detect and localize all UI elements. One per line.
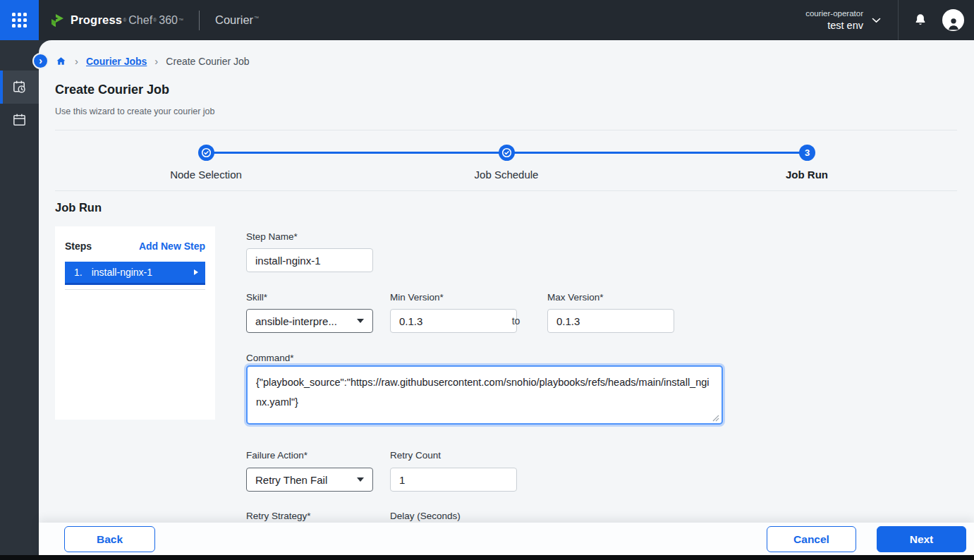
stepper-step-1-complete[interactable] (198, 145, 214, 161)
product-name: Courier™ (215, 13, 259, 27)
sidebar-expand-toggle[interactable]: › (32, 53, 49, 69)
failure-action-label: Failure Action* (246, 450, 308, 461)
user-role: courier-operator (805, 8, 863, 19)
version-range-join-text: to (501, 315, 531, 327)
step-list-item-selected[interactable]: 1. install-nginx-1 (65, 262, 205, 285)
wizard-footer: Back Cancel Next (39, 523, 974, 555)
min-version-input[interactable] (390, 309, 517, 333)
window-bottom-edge (0, 555, 974, 560)
progress-logo-icon (49, 12, 66, 29)
notifications-button[interactable] (899, 0, 942, 40)
stepper-step-3-active[interactable]: 3 (799, 145, 815, 161)
retry-count-label: Retry Count (390, 450, 441, 461)
breadcrumb-link-courier-jobs[interactable]: Courier Jobs (86, 56, 147, 67)
failure-action-select[interactable]: Retry Then Fail (246, 468, 373, 492)
job-board-clock-icon (11, 79, 28, 95)
steps-panel-title: Steps (65, 241, 92, 252)
stepper-label-job-schedule: Job Schedule (443, 169, 570, 181)
max-version-input[interactable] (547, 309, 674, 333)
caret-down-icon (357, 319, 364, 323)
add-new-step-button[interactable]: Add New Step (139, 241, 205, 252)
check-circle-icon (200, 147, 212, 159)
product-trademark: ™ (254, 16, 259, 20)
breadcrumb-separator: › (75, 55, 78, 67)
section-heading-job-run: Job Run (55, 201, 102, 214)
retry-count-input[interactable] (390, 468, 517, 492)
step-name-input[interactable] (246, 248, 373, 272)
progress-trademark: ® (123, 18, 126, 23)
calendar-icon (11, 112, 28, 128)
command-label: Command* (246, 353, 294, 363)
sidebar-item-courier-jobs[interactable] (0, 71, 39, 104)
stepper-step-2-complete[interactable] (499, 145, 515, 161)
breadcrumb-current: Create Courier Job (166, 56, 249, 67)
step-name-label: Step Name* (246, 231, 298, 242)
user-menu[interactable]: courier-operator test env (805, 0, 881, 40)
brand-logo: Progress® Chef® 360™ (49, 0, 183, 40)
waffle-icon (12, 13, 27, 28)
min-version-label: Min Version* (390, 292, 444, 303)
arrow-right-icon (194, 269, 198, 275)
delay-seconds-label: Delay (Seconds) (390, 511, 461, 521)
stepper-label-node-selection: Node Selection (142, 169, 269, 181)
brand-divider (199, 11, 200, 30)
divider (55, 190, 957, 191)
user-environment: test env (805, 19, 863, 32)
main-content: › Courier Jobs › Create Courier Job Crea… (39, 40, 974, 555)
next-button[interactable]: Next (877, 526, 966, 552)
suite-trademark: ™ (178, 18, 183, 23)
stepper-label-job-run: Job Run (743, 169, 870, 181)
divider (65, 289, 205, 290)
page-title: Create Courier Job (55, 83, 169, 97)
app-window: Progress® Chef® 360™ Courier™ courier-op… (0, 0, 974, 560)
person-icon (946, 16, 961, 31)
left-sidebar (0, 40, 39, 555)
steps-panel: Steps Add New Step 1. install-nginx-1 (55, 226, 215, 420)
breadcrumb: › Courier Jobs › Create Courier Job (55, 55, 250, 67)
check-circle-icon (501, 147, 513, 159)
max-version-label: Max Version* (547, 292, 604, 303)
step-item-index: 1. (74, 267, 83, 278)
profile-avatar-button[interactable] (942, 9, 964, 31)
app-launcher-button[interactable] (0, 0, 39, 40)
step-item-name: install-nginx-1 (92, 267, 152, 278)
command-textarea[interactable]: {"playbook_source":"https://raw.githubus… (246, 365, 723, 425)
failure-action-select-value: Retry Then Fail (255, 474, 327, 486)
skill-select-value: ansible-interpre... (255, 315, 337, 327)
divider (55, 130, 957, 130)
cancel-button[interactable]: Cancel (767, 526, 856, 552)
bell-icon (913, 12, 928, 28)
brand-progress-text: Progress (71, 13, 122, 27)
brand-chef-text: Chef (128, 14, 152, 27)
retry-strategy-label: Retry Strategy* (246, 511, 311, 521)
skill-select[interactable]: ansible-interpre... (246, 309, 373, 333)
product-name-text: Courier (215, 13, 253, 26)
breadcrumb-separator: › (154, 55, 158, 67)
top-header: Progress® Chef® 360™ Courier™ courier-op… (0, 0, 974, 40)
back-button[interactable]: Back (64, 526, 155, 552)
caret-down-icon (357, 477, 364, 482)
skill-label: Skill* (246, 292, 267, 303)
sidebar-item-schedules[interactable] (0, 104, 39, 137)
home-icon[interactable] (55, 56, 67, 67)
chevron-down-icon (872, 18, 881, 23)
brand-suite-text: 360 (159, 14, 178, 27)
chef-trademark: ® (153, 18, 157, 23)
page-subtitle: Use this wizard to create your courier j… (55, 106, 214, 116)
